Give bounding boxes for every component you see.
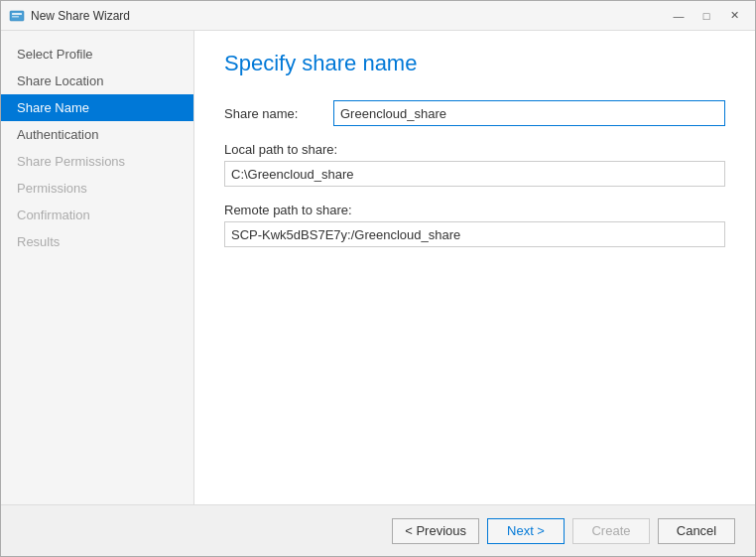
app-icon (9, 8, 25, 24)
maximize-button[interactable]: □ (693, 6, 719, 26)
local-path-block: Local path to share: (224, 142, 725, 187)
sidebar: Select Profile Share Location Share Name… (1, 31, 194, 504)
sidebar-item-confirmation: Confirmation (1, 202, 193, 228)
share-name-group: Share name: (224, 100, 725, 126)
next-button[interactable]: Next > (487, 518, 565, 544)
svg-rect-1 (12, 13, 22, 15)
sidebar-item-share-name[interactable]: Share Name (1, 94, 193, 121)
sidebar-item-share-location[interactable]: Share Location (1, 68, 193, 94)
title-bar: New Share Wizard — □ ✕ (1, 1, 755, 31)
main-content: Specify share name Share name: Local pat… (194, 31, 755, 504)
local-path-input[interactable] (224, 161, 725, 187)
local-path-label: Local path to share: (224, 142, 725, 157)
sidebar-item-select-profile[interactable]: Select Profile (1, 41, 193, 68)
window-title: New Share Wizard (31, 9, 666, 23)
previous-button[interactable]: < Previous (392, 518, 479, 544)
svg-rect-2 (12, 16, 19, 18)
sidebar-item-results: Results (1, 228, 193, 255)
page-title: Specify share name (224, 51, 725, 76)
share-name-input[interactable] (333, 100, 725, 126)
sidebar-item-permissions: Permissions (1, 175, 193, 202)
remote-path-label: Remote path to share: (224, 203, 725, 217)
footer: < Previous Next > Create Cancel (1, 504, 755, 556)
minimize-button[interactable]: — (666, 6, 692, 26)
cancel-button[interactable]: Cancel (658, 518, 735, 544)
remote-path-input[interactable] (224, 221, 725, 247)
sidebar-item-share-permissions: Share Permissions (1, 148, 193, 175)
close-button[interactable]: ✕ (721, 6, 747, 26)
window-body: Select Profile Share Location Share Name… (1, 31, 755, 504)
wizard-window: New Share Wizard — □ ✕ Select Profile Sh… (0, 0, 756, 557)
create-button[interactable]: Create (572, 518, 650, 544)
remote-path-block: Remote path to share: (224, 203, 725, 247)
sidebar-item-authentication[interactable]: Authentication (1, 121, 193, 148)
share-name-label: Share name: (224, 106, 333, 121)
window-controls: — □ ✕ (666, 6, 747, 26)
